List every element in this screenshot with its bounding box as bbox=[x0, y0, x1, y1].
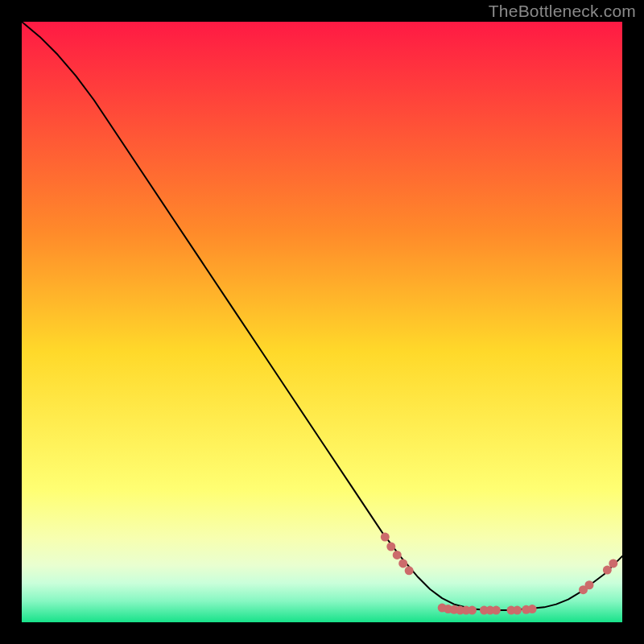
data-marker bbox=[381, 533, 390, 542]
data-marker bbox=[386, 543, 395, 551]
data-marker bbox=[398, 559, 407, 568]
svg-rect-0 bbox=[22, 22, 622, 622]
data-marker bbox=[393, 551, 402, 559]
data-marker bbox=[492, 606, 501, 615]
data-marker bbox=[513, 606, 522, 615]
data-marker bbox=[405, 566, 414, 575]
data-marker bbox=[609, 559, 617, 568]
data-marker bbox=[528, 605, 537, 613]
data-marker bbox=[468, 606, 477, 615]
watermark-text: TheBottleneck.com bbox=[489, 2, 636, 21]
chart-plot-area bbox=[22, 22, 622, 622]
chart-svg bbox=[22, 22, 622, 622]
data-marker bbox=[584, 580, 593, 589]
data-marker bbox=[603, 566, 612, 575]
